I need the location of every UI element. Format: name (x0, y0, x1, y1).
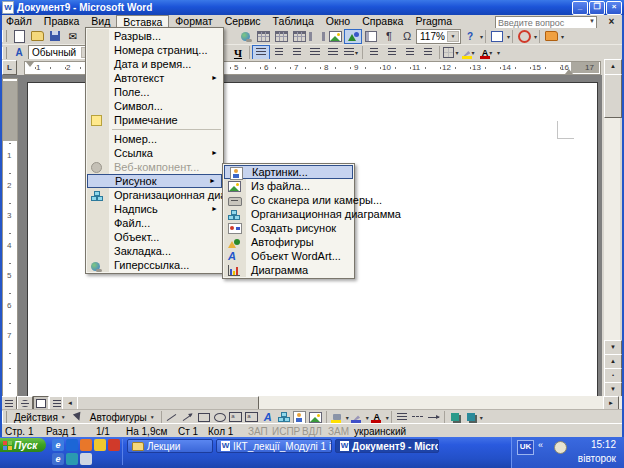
oval-button[interactable] (212, 411, 228, 424)
taskbar-window-dokument9[interactable]: W Документ9 - Microso... (335, 439, 439, 453)
line-color-button[interactable] (349, 411, 365, 424)
insert-excel-button[interactable] (290, 29, 308, 44)
insert-symbol-button[interactable]: Ω (398, 29, 416, 44)
start-button[interactable]: Пуск (0, 438, 46, 452)
addin-language-button[interactable] (488, 29, 506, 44)
restore-button[interactable]: ❐ (589, 1, 605, 15)
menu-item-hyperlink[interactable]: Гиперссылка... (86, 258, 223, 272)
quick-launch-8-icon[interactable] (80, 453, 92, 465)
menu-item-field[interactable]: Поле... (86, 85, 223, 99)
columns-button[interactable] (308, 29, 326, 44)
ask-question-dropdown-icon[interactable]: ▼ (589, 18, 595, 24)
borders-dropdown-icon[interactable]: ▾ (455, 49, 458, 56)
line-spacing-button[interactable]: ▾ (342, 45, 360, 60)
menu-item-autotext[interactable]: Автотекст► (86, 71, 223, 85)
tab-selector[interactable]: L (2, 60, 17, 75)
addin-folder-button[interactable] (542, 29, 560, 44)
menu-item-bookmark[interactable]: Закладка... (86, 244, 223, 258)
menu-tools[interactable]: Сервис (219, 15, 267, 28)
email-button[interactable]: ✉ (64, 29, 82, 44)
menu-item-date-time[interactable]: Дата и время... (86, 57, 223, 71)
quick-launch-3-icon[interactable] (80, 439, 92, 451)
tray-icon[interactable] (554, 441, 567, 454)
zoom-combo[interactable]: 117% ▼ (416, 29, 461, 44)
submenu-item-scanner[interactable]: Со сканера или камеры... (223, 193, 354, 207)
open-button[interactable] (28, 29, 46, 44)
tray-collapse-icon[interactable]: « (538, 440, 543, 450)
menu-window[interactable]: Окно (320, 15, 356, 28)
menu-pragma[interactable]: Pragma (409, 15, 458, 28)
print-layout-view-button[interactable] (33, 396, 49, 410)
menu-item-number[interactable]: Номер... (86, 132, 223, 146)
select-objects-button[interactable] (70, 411, 86, 424)
save-button[interactable] (46, 29, 64, 44)
zoom-dropdown-icon[interactable]: ▼ (447, 31, 459, 42)
status-language[interactable]: украинский (354, 426, 406, 437)
quick-launch-6-icon[interactable]: e (52, 453, 64, 465)
insert-picture-button[interactable] (326, 29, 344, 44)
toolbar-options-icon[interactable]: ▾ (480, 414, 483, 421)
submenu-item-clip-art[interactable]: Картинки... (224, 165, 353, 179)
menu-file[interactable]: Файл (0, 15, 38, 28)
autoshapes-button[interactable]: Автофигуры ▼ (86, 411, 159, 424)
status-rec-mode[interactable]: ЗАП (248, 426, 268, 437)
menu-edit[interactable]: Правка (38, 15, 85, 28)
toolbar-options-icon[interactable]: ▾ (497, 49, 500, 56)
drawing-button[interactable] (344, 29, 362, 44)
status-ext-mode[interactable]: ВДЛ (302, 426, 322, 437)
font-color-dropdown-icon[interactable]: ▾ (386, 414, 389, 421)
status-track-mode[interactable]: ИСПР (272, 426, 300, 437)
addin2-options-icon[interactable]: ▾ (534, 33, 537, 40)
submenu-item-new-drawing[interactable]: Создать рисунок (223, 221, 354, 235)
horizontal-scrollbar[interactable]: ◄ ► (0, 396, 624, 409)
align-center-button[interactable] (270, 45, 288, 60)
close-button[interactable]: × (606, 1, 622, 15)
line-button[interactable] (164, 411, 180, 424)
arrow-style-button[interactable] (426, 411, 442, 424)
submenu-item-org-chart[interactable]: Организационная диаграмма (223, 207, 354, 221)
toolbar-grip[interactable] (2, 411, 7, 423)
styles-and-formatting-button[interactable]: А (10, 45, 28, 60)
underline-button[interactable]: Ч (229, 45, 247, 60)
font-color-button[interactable]: А (369, 411, 385, 424)
language-indicator[interactable]: UK (517, 440, 534, 455)
align-right-button[interactable] (288, 45, 306, 60)
shadow-style-button[interactable] (447, 411, 463, 424)
menu-table[interactable]: Таблица (267, 15, 320, 28)
scroll-up-button[interactable]: ▲ (604, 59, 622, 75)
numbering-button[interactable] (365, 45, 383, 60)
insert-table-button[interactable] (272, 29, 290, 44)
toolbar-grip[interactable] (2, 30, 7, 42)
submenu-item-wordart[interactable]: AОбъект WordArt... (223, 249, 354, 263)
addin3-options-icon[interactable]: ▾ (561, 33, 564, 40)
quick-launch-2-icon[interactable] (66, 439, 78, 451)
show-hide-button[interactable]: ¶ (380, 29, 398, 44)
document-map-button[interactable] (362, 29, 380, 44)
quick-launch-7-icon[interactable] (66, 453, 78, 465)
quick-launch-1-icon[interactable]: e (52, 439, 64, 451)
threed-style-button[interactable] (463, 411, 479, 424)
highlight-button[interactable]: ▾ (460, 45, 478, 60)
toolbar-options-icon[interactable]: ▾ (480, 33, 483, 40)
menu-item-comment[interactable]: Примечание (86, 113, 223, 127)
status-ovr-mode[interactable]: ЗАМ (328, 426, 349, 437)
menu-item-picture[interactable]: Рисунок► (87, 174, 222, 188)
insert-hyperlink-button[interactable] (236, 29, 254, 44)
quick-launch-5-icon[interactable] (108, 439, 120, 451)
horizontal-scroll-thumb[interactable] (77, 396, 259, 410)
scroll-right-button[interactable]: ► (603, 396, 619, 410)
borders-button[interactable]: ▾ (442, 45, 460, 60)
text-box-button[interactable]: a (228, 411, 244, 424)
fill-color-button[interactable] (329, 411, 345, 424)
submenu-item-from-file[interactable]: Из файла... (223, 179, 354, 193)
increase-indent-button[interactable] (419, 45, 437, 60)
tables-and-borders-button[interactable] (254, 29, 272, 44)
font-color-button[interactable]: А▾ (478, 45, 496, 60)
bullets-button[interactable] (383, 45, 401, 60)
clip-art-button[interactable] (292, 411, 308, 424)
vertical-scroll-thumb[interactable] (604, 74, 622, 118)
addin1-options-icon[interactable]: ▾ (507, 33, 510, 40)
menu-item-break[interactable]: Разрыв... (86, 29, 223, 43)
menu-item-org-chart[interactable]: Организационная диаграмма... (86, 188, 223, 202)
tray-clock[interactable]: 15:12 (591, 439, 616, 450)
